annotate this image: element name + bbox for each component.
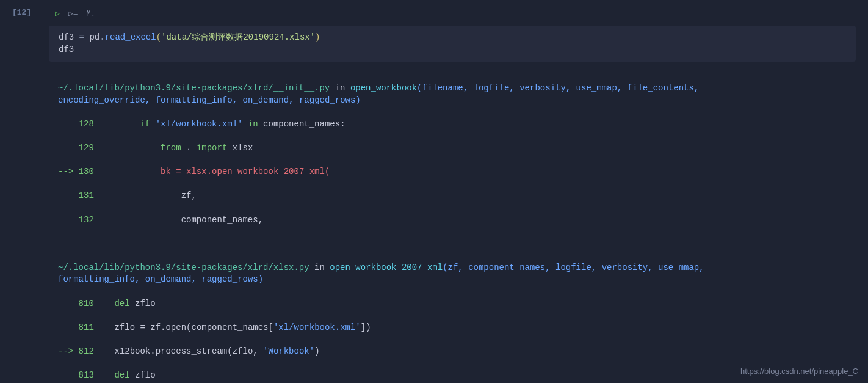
run-icon[interactable]: ▷ bbox=[55, 9, 60, 20]
notebook-cell: [12] ▷ ▷≡ M↓ df3 = pd.read_excel('data/综… bbox=[0, 0, 868, 62]
markdown-icon[interactable]: M↓ bbox=[86, 9, 95, 20]
traceback-frame: ~/.local/lib/python3.9/site-packages/xlr… bbox=[58, 262, 868, 286]
current-line: --> 130 bk = xlsx.open_workbook_2007_xml… bbox=[58, 166, 868, 178]
source-line: 811 zflo = zf.open(component_names['xl/w… bbox=[58, 322, 868, 334]
traceback-frame: ~/.local/lib/python3.9/site-packages/xlr… bbox=[58, 82, 868, 106]
source-line: 810 del zflo bbox=[58, 298, 868, 310]
run-by-line-icon[interactable]: ▷≡ bbox=[68, 9, 78, 20]
source-line: 128 if 'xl/workbook.xml' in component_na… bbox=[58, 119, 868, 131]
execution-count: [12] bbox=[12, 5, 49, 62]
output-traceback: ~/.local/lib/python3.9/site-packages/xlr… bbox=[0, 62, 868, 383]
watermark: https://blog.csdn.net/pineapple_C bbox=[740, 366, 858, 377]
cell-toolbar: ▷ ▷≡ M↓ bbox=[49, 5, 868, 23]
code-line: df3 = pd.read_excel('data/综合测评数据20190924… bbox=[59, 32, 846, 44]
source-line: 129 from . import xlsx bbox=[58, 142, 868, 155]
current-line: --> 812 x12book.process_stream(zflo, 'Wo… bbox=[58, 346, 868, 358]
source-line: 131 zf, bbox=[58, 190, 868, 202]
code-input-area[interactable]: df3 = pd.read_excel('data/综合测评数据20190924… bbox=[49, 26, 856, 62]
code-line: df3 bbox=[59, 44, 846, 56]
source-line: 132 component_names, bbox=[58, 214, 868, 227]
